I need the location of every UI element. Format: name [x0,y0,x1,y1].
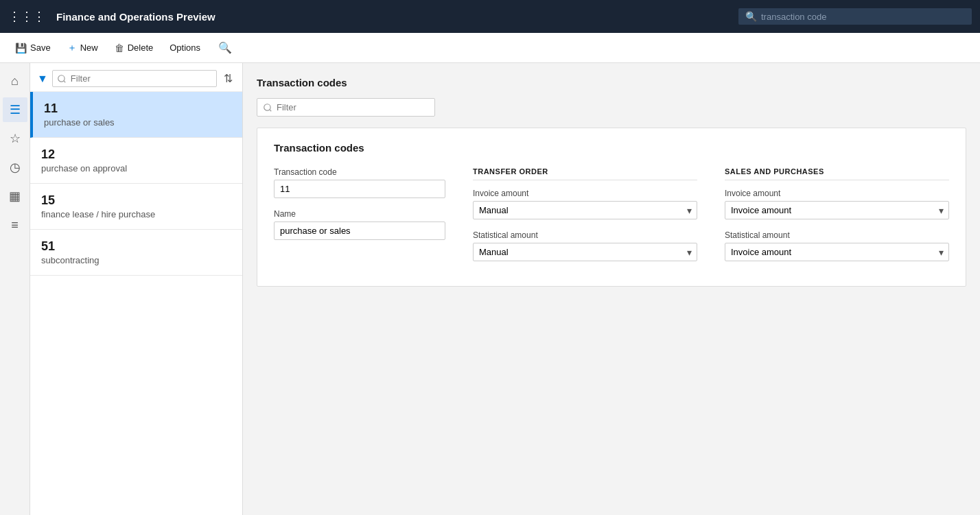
list-item[interactable]: 11 purchase or sales [30,92,242,138]
list-item[interactable]: 51 subcontracting [30,230,242,276]
options-label: Options [170,43,200,53]
detail-filter-bar [257,98,966,117]
detail-card: Transaction codes Transaction code Name … [257,128,966,287]
new-icon: ＋ [67,42,77,54]
sales-statistical-amount-select-wrapper: Manual Invoice amount Zero amount [725,243,949,261]
detail-panel: Transaction codes Transaction codes Tran… [243,63,980,515]
transfer-invoice-amount-select-wrapper: Manual Invoice amount Zero amount [473,201,697,219]
transfer-order-header: TRANSFER ORDER [473,167,697,180]
save-button[interactable]: 💾 Save [8,40,58,56]
transfer-statistical-amount-select[interactable]: Manual Invoice amount Zero amount [473,243,697,261]
global-search-input[interactable] [761,12,965,22]
sidebar-workspaces-button[interactable]: ▦ [3,184,27,208]
name-input[interactable] [274,221,445,240]
new-button[interactable]: ＋ New [60,39,105,57]
toolbar-search-icon: 🔍 [218,42,232,53]
list-sort-button[interactable]: ⇅ [221,71,235,86]
main-layout: ⌂ ☰ ☆ ◷ ▦ ≡ ▼ ⇅ 11 purchase or sales 12 … [0,63,980,515]
delete-icon: 🗑 [115,43,124,53]
list-item-code: 15 [41,193,231,208]
sales-invoice-amount-group: Invoice amount Manual Invoice amount Zer… [725,189,949,219]
sales-invoice-amount-select-wrapper: Manual Invoice amount Zero amount [725,201,949,219]
sales-statistical-amount-select[interactable]: Manual Invoice amount Zero amount [725,243,949,261]
list-item-code: 11 [44,101,231,116]
save-label: Save [30,43,51,53]
detail-grid: Transaction code Name TRANSFER ORDER Inv… [274,167,949,272]
app-title: Finance and Operations Preview [56,11,730,23]
name-group: Name [274,209,445,240]
sidebar-icons: ⌂ ☰ ☆ ◷ ▦ ≡ [0,63,30,515]
toolbar: 💾 Save ＋ New 🗑 Delete Options 🔍 [0,33,980,63]
col-transfer-order: TRANSFER ORDER Invoice amount Manual Inv… [473,167,697,272]
transfer-statistical-amount-select-wrapper: Manual Invoice amount Zero amount [473,243,697,261]
delete-button[interactable]: 🗑 Delete [108,40,161,56]
global-search-icon: 🔍 [745,11,757,22]
transfer-statistical-amount-group: Statistical amount Manual Invoice amount… [473,230,697,261]
transfer-invoice-amount-select[interactable]: Manual Invoice amount Zero amount [473,201,697,219]
transaction-code-input[interactable] [274,180,445,198]
list-item-name: purchase or sales [44,117,231,128]
col-sales-purchases: SALES AND PURCHASES Invoice amount Manua… [725,167,949,272]
sales-invoice-amount-label: Invoice amount [725,189,949,198]
transaction-code-label: Transaction code [274,167,445,177]
list-item-name: finance lease / hire purchase [41,209,231,219]
options-button[interactable]: Options [163,40,207,56]
new-label: New [80,43,98,53]
sales-invoice-amount-select[interactable]: Manual Invoice amount Zero amount [725,201,949,219]
list-items: 11 purchase or sales 12 purchase on appr… [30,92,242,515]
list-item-name: subcontracting [41,255,231,265]
sidebar-favorites-button[interactable]: ☆ [3,126,27,151]
name-label: Name [274,209,445,219]
list-panel: ▼ ⇅ 11 purchase or sales 12 purchase on … [30,63,243,515]
detail-filter-input[interactable] [257,98,435,117]
list-item[interactable]: 12 purchase on approval [30,138,242,184]
sales-purchases-header: SALES AND PURCHASES [725,167,949,180]
app-grid-icon[interactable]: ⋮⋮⋮ [8,9,45,24]
top-nav: ⋮⋮⋮ Finance and Operations Preview 🔍 [0,0,980,33]
sales-statistical-amount-label: Statistical amount [725,230,949,240]
transfer-statistical-amount-label: Statistical amount [473,230,697,240]
page-title: Transaction codes [257,77,966,88]
list-panel-header: ▼ ⇅ [30,63,242,92]
filter-icon[interactable]: ▼ [37,73,48,85]
transfer-invoice-amount-label: Invoice amount [473,189,697,198]
list-item-code: 12 [41,147,231,162]
sidebar-modules-button[interactable]: ≡ [3,213,27,237]
toolbar-search-button[interactable]: 🔍 [213,38,237,57]
sales-statistical-amount-group: Statistical amount Manual Invoice amount… [725,230,949,261]
detail-card-title: Transaction codes [274,142,949,154]
list-item[interactable]: 15 finance lease / hire purchase [30,184,242,230]
delete-label: Delete [128,43,154,53]
transaction-code-group: Transaction code [274,167,445,198]
sidebar-home-button[interactable]: ⌂ [3,69,27,93]
list-item-name: purchase on approval [41,163,231,173]
col-fields: Transaction code Name [274,167,445,272]
list-item-code: 51 [41,239,231,254]
sidebar-list-button[interactable]: ☰ [3,97,27,122]
global-search-box: 🔍 [738,8,972,25]
save-icon: 💾 [15,43,27,53]
list-filter-input[interactable] [52,70,217,87]
sidebar-recent-button[interactable]: ◷ [3,155,27,180]
transfer-invoice-amount-group: Invoice amount Manual Invoice amount Zer… [473,189,697,219]
